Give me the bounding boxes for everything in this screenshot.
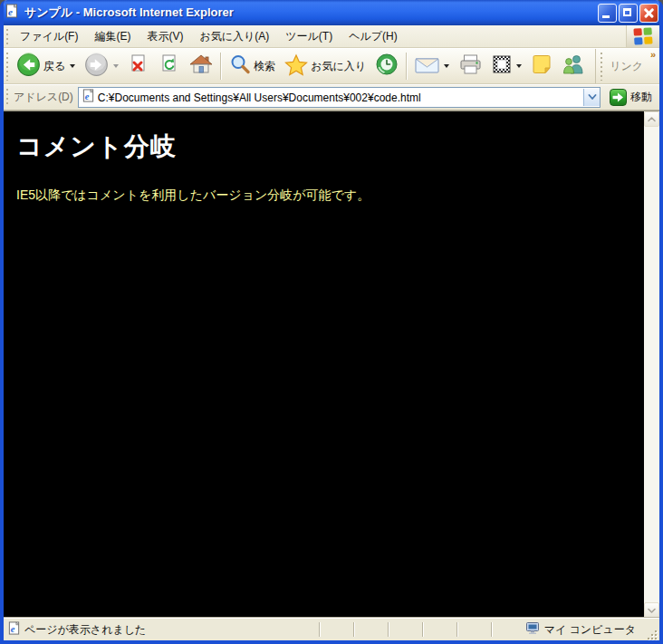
search-button[interactable]: 検索 [225, 51, 280, 82]
menubar-drag-handle[interactable] [5, 28, 10, 44]
go-button[interactable]: 移動 [605, 87, 657, 108]
messenger-button[interactable] [557, 51, 590, 82]
go-label: 移動 [630, 90, 652, 105]
svg-text:e: e [11, 624, 15, 634]
address-input[interactable]: e C:¥Documents and Settings¥All Users¥Do… [78, 87, 601, 108]
security-zone: マイ コンピュータ [525, 621, 645, 638]
stop-icon [128, 53, 149, 79]
menu-tools[interactable]: ツール(T) [277, 27, 341, 46]
mail-icon [415, 55, 439, 78]
address-label: アドレス(D) [14, 90, 73, 105]
standard-toolbar: 戻る 検 [4, 48, 659, 84]
forward-dropdown-icon [113, 64, 119, 68]
search-icon [229, 53, 251, 79]
my-computer-icon [525, 621, 540, 638]
links-toolbar: リンク » [595, 49, 659, 83]
status-bar: e ページが表示されました マイ コンピュータ [4, 618, 659, 640]
minimize-button[interactable] [598, 4, 617, 23]
ie-document-icon: e [5, 4, 19, 22]
home-icon [189, 53, 213, 79]
history-button[interactable] [370, 50, 403, 82]
refresh-button[interactable] [154, 51, 185, 82]
title-bar[interactable]: e サンプル - Microsoft Internet Explorer [0, 0, 663, 25]
back-button[interactable]: 戻る [12, 50, 80, 83]
addressbar-drag-handle[interactable] [5, 88, 10, 107]
favorites-button[interactable]: お気に入り [280, 51, 370, 82]
back-label: 戻る [43, 59, 65, 74]
window-title: サンプル - Microsoft Internet Explorer [24, 5, 596, 21]
forward-icon [84, 53, 109, 81]
status-separator [388, 622, 389, 637]
page-heading: コメント分岐 [16, 130, 631, 164]
page-paragraph: IE5以降ではコメントを利用したバージョン分岐が可能です。 [16, 187, 631, 204]
toolbar-drag-handle[interactable] [5, 52, 10, 81]
address-dropdown-button[interactable] [583, 89, 600, 106]
go-arrow-icon [610, 89, 627, 106]
edit-button[interactable] [487, 52, 526, 81]
stop-button[interactable] [123, 51, 154, 82]
zone-label: マイ コンピュータ [544, 622, 636, 638]
address-bar: アドレス(D) e C:¥Documents and Settings¥All … [4, 84, 659, 111]
browser-window: e サンプル - Microsoft Internet Explorer ファイ… [0, 0, 663, 644]
favorites-star-icon [284, 53, 308, 80]
messenger-people-icon [562, 53, 585, 79]
close-button[interactable] [639, 4, 658, 23]
resize-grip[interactable] [645, 628, 658, 640]
edit-page-icon [492, 54, 512, 78]
page-icon: e [82, 89, 95, 106]
back-dropdown-icon [70, 64, 75, 68]
status-separator [353, 622, 355, 637]
forward-button[interactable] [80, 50, 123, 83]
svg-text:e: e [8, 6, 13, 17]
status-message-area: e ページが表示されました [5, 621, 319, 638]
search-label: 検索 [254, 59, 275, 74]
windows-flag-throbber-icon [626, 25, 659, 47]
toolbar-separator [220, 53, 222, 80]
back-icon [16, 53, 41, 81]
status-page-icon: e [7, 621, 21, 638]
address-value[interactable]: C:¥Documents and Settings¥All Users¥Docu… [98, 91, 583, 104]
scroll-up-button[interactable] [644, 111, 659, 127]
menu-view[interactable]: 表示(V) [139, 27, 191, 46]
scroll-down-button[interactable] [644, 602, 659, 618]
edit-dropdown-icon [516, 64, 522, 68]
home-button[interactable] [185, 51, 217, 82]
status-separator [456, 622, 458, 637]
history-icon [375, 53, 399, 80]
links-label[interactable]: リンク [606, 59, 659, 74]
status-message: ページが表示されました [24, 622, 146, 638]
status-separator [491, 622, 493, 637]
favorites-label: お気に入り [311, 59, 366, 74]
toolbar-separator [406, 53, 408, 80]
chevron-more-icon[interactable]: » [650, 50, 656, 60]
status-separator [422, 622, 424, 637]
mail-button[interactable] [410, 53, 454, 81]
menu-help[interactable]: ヘルプ(H) [341, 27, 406, 46]
refresh-icon [159, 53, 180, 79]
menu-favorites[interactable]: お気に入り(A) [191, 27, 277, 46]
menu-bar: ファイル(F) 編集(E) 表示(V) お気に入り(A) ツール(T) ヘルプ(… [4, 25, 659, 48]
page-content: コメント分岐 IE5以降ではコメントを利用したバージョン分岐が可能です。 [4, 111, 644, 618]
maximize-button[interactable] [619, 4, 638, 23]
vertical-scrollbar[interactable] [644, 111, 659, 618]
svg-text:e: e [85, 91, 90, 101]
menu-edit[interactable]: 編集(E) [86, 27, 139, 46]
links-drag-handle[interactable] [600, 52, 604, 81]
browser-viewport: コメント分岐 IE5以降ではコメントを利用したバージョン分岐が可能です。 [4, 111, 659, 618]
mail-dropdown-icon [444, 64, 449, 68]
status-separator [319, 622, 321, 637]
note-icon [531, 53, 552, 79]
print-icon [458, 53, 483, 79]
menu-file[interactable]: ファイル(F) [12, 27, 86, 46]
discuss-button[interactable] [526, 51, 557, 82]
print-button[interactable] [454, 51, 487, 82]
